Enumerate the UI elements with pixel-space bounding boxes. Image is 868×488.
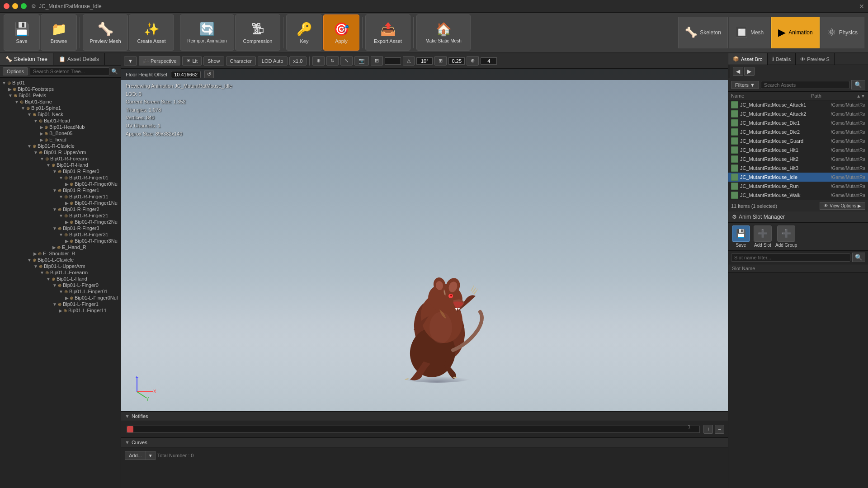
tree-item-bip01-l-finger01[interactable]: ▼⊕Bip01-L-Finger01 bbox=[0, 288, 121, 295]
tab-details[interactable]: ℹ Details bbox=[768, 53, 796, 65]
tree-item-bip01-r-finger31[interactable]: ▼⊕Bip01-R-Finger31 bbox=[0, 231, 121, 238]
asset-item-jc-mutantratmouse-attack2[interactable]: JC_MutantRatMouse_Attack2/Game/MutantRa bbox=[728, 109, 868, 118]
tree-item-bip01-l-finger1[interactable]: ▼⊕Bip01-L-Finger1 bbox=[0, 301, 121, 307]
tree-item-bip01-l-upperarm[interactable]: ▼⊕Bip01-L-UpperArm bbox=[0, 263, 121, 269]
tree-item-b-bone05[interactable]: ▶⊕B_Bone05 bbox=[0, 130, 121, 136]
floor-offset-reset[interactable]: ↺ bbox=[204, 70, 214, 78]
add-curve-dropdown[interactable]: ▼ bbox=[146, 451, 156, 460]
tree-item-bip01-neck[interactable]: ▼⊕Bip01-Neck bbox=[0, 111, 121, 117]
animation-mode-button[interactable]: ▶ Animation bbox=[771, 17, 819, 48]
tree-item-bip01-r-finger21[interactable]: ▼⊕Bip01-R-Finger21 bbox=[0, 212, 121, 219]
tree-item-bip01-r-finger0[interactable]: ▼⊕Bip01-R-Finger0 bbox=[0, 168, 121, 174]
skeleton-search-input[interactable] bbox=[30, 67, 109, 75]
scale-snap-button[interactable]: ⊞ bbox=[434, 56, 447, 66]
tree-item-bip01-r-finger3nu[interactable]: ▶⊕Bip01-R-Finger3Nu bbox=[0, 238, 121, 244]
asset-item-jc-mutantratmouse-attack1[interactable]: JC_MutantRatMouse_Attack1/Game/MutantRa bbox=[728, 100, 868, 109]
tree-item-bip01-r-hand[interactable]: ▼⊕Bip01-R-Hand bbox=[0, 162, 121, 168]
key-button[interactable]: 🔑 Key bbox=[286, 14, 322, 51]
tree-item-bip01-head[interactable]: ▼⊕Bip01-Head bbox=[0, 117, 121, 124]
tree-item-bip01-l-finger11[interactable]: ▶⊕Bip01-L-Finger11 bbox=[0, 307, 121, 314]
tree-item-bip01-r-finger0nu[interactable]: ▶⊕Bip01-R-Finger0Nu bbox=[0, 181, 121, 187]
tree-item-bip01-pelvis[interactable]: ▼⊕Bip01-Pelvis bbox=[0, 92, 121, 99]
viewport-options-button[interactable]: ▼ bbox=[124, 56, 137, 66]
tree-item-e-shoulder-r[interactable]: ▶⊕E_Shoulder_R bbox=[0, 250, 121, 257]
tab-preview[interactable]: 👁 Preview S bbox=[796, 53, 835, 65]
slot-search-button[interactable]: 🔍 bbox=[852, 253, 865, 262]
camera-button[interactable]: 📷 bbox=[354, 56, 369, 66]
make-static-mesh-button[interactable]: 🏠 Make Static Mesh bbox=[416, 14, 471, 51]
tree-item-bip01-r-forearm[interactable]: ▼⊕Bip01-R-Forearm bbox=[0, 155, 121, 162]
save-button[interactable]: 💾 Save bbox=[4, 14, 40, 51]
slot-search-input[interactable] bbox=[731, 253, 850, 262]
tree-item-bip01-l-finger0nul[interactable]: ▶⊕Bip01-L-Finger0Nul bbox=[0, 295, 121, 301]
asset-item-jc-mutantratmouse-die1[interactable]: JC_MutantRatMouse_Die1/Game/MutantRa bbox=[728, 118, 868, 127]
scale-button[interactable]: ⤡ bbox=[340, 56, 353, 66]
skeleton-mode-button[interactable]: 🦴 Skeleton bbox=[678, 17, 728, 48]
tree-item-bip01-spine[interactable]: ▼⊕Bip01-Spine bbox=[0, 99, 121, 105]
asset-item-jc-mutantratmouse-hit2[interactable]: JC_MutantRatMouse_Hit2/Game/MutantRa bbox=[728, 155, 868, 164]
preview-mesh-button[interactable]: 🦴 Preview Mesh bbox=[83, 14, 128, 51]
tree-item-bip01-l-clavicle[interactable]: ▼⊕Bip01-L-Clavicle bbox=[0, 257, 121, 263]
maximize-button[interactable] bbox=[21, 3, 27, 9]
show-button[interactable]: Show bbox=[203, 56, 224, 66]
close-button[interactable] bbox=[4, 3, 9, 9]
tree-item-bip01-headnub[interactable]: ▶⊕Bip01-HeadNub bbox=[0, 124, 121, 130]
filters-button[interactable]: Filters ▼ bbox=[731, 81, 759, 89]
nav-back-button[interactable]: ◀ bbox=[733, 67, 743, 76]
export-asset-button[interactable]: 📤 Export Asset bbox=[365, 14, 410, 51]
tree-item-bip01[interactable]: ▼⊕Bip01 bbox=[0, 80, 121, 86]
add-curve-button[interactable]: Add... bbox=[125, 451, 146, 460]
character-button[interactable]: Character bbox=[226, 56, 256, 66]
tree-item-bip01-r-finger2nu[interactable]: ▶⊕Bip01-R-Finger2Nu bbox=[0, 219, 121, 225]
asset-item-jc-mutantratmouse-walk[interactable]: JC_MutantRatMouse_Walk/Game/MutantRa bbox=[728, 191, 868, 200]
fov-input[interactable]: 10 bbox=[385, 57, 401, 65]
compression-button[interactable]: 🗜 Compression bbox=[235, 14, 280, 51]
asset-item-jc-mutantratmouse-run[interactable]: JC_MutantRatMouse_Run/Game/MutantRa bbox=[728, 182, 868, 191]
options-button[interactable]: Options bbox=[3, 67, 28, 75]
tree-item-bip01-r-finger3[interactable]: ▼⊕Bip01-R-Finger3 bbox=[0, 225, 121, 231]
translate-button[interactable]: ⊕ bbox=[312, 56, 325, 66]
layers-button[interactable]: ⊕ bbox=[467, 56, 479, 66]
tree-item-bip01-r-finger1nu[interactable]: ▶⊕Bip01-R-Finger1Nu bbox=[0, 200, 121, 206]
create-asset-button[interactable]: ✨ Create Asset bbox=[129, 14, 174, 51]
mesh-mode-button[interactable]: 🔲 Mesh bbox=[729, 17, 770, 48]
tree-item-bip01-r-finger01[interactable]: ▼⊕Bip01-R-Finger01 bbox=[0, 174, 121, 181]
tree-item-e-hand-r[interactable]: ▶⊕E_Hand_R bbox=[0, 244, 121, 250]
asset-search-input[interactable] bbox=[761, 81, 849, 89]
nav-forward-button[interactable]: ▶ bbox=[744, 67, 755, 76]
perspective-button[interactable]: 🎥 Perspective bbox=[139, 56, 180, 66]
lod-auto-button[interactable]: LOD Auto bbox=[258, 56, 288, 66]
asset-search-button[interactable]: 🔍 bbox=[851, 80, 865, 89]
physics-mode-button[interactable]: ⚛ Physics bbox=[821, 17, 864, 48]
titlebar-close-icon[interactable]: ✕ bbox=[859, 3, 864, 10]
view-options-button[interactable]: 👁 View Options ▶ bbox=[820, 202, 865, 210]
tree-item-bip01-r-finger1[interactable]: ▼⊕Bip01-R-Finger1 bbox=[0, 187, 121, 193]
sort-name-button[interactable]: ▲▼ bbox=[856, 93, 865, 99]
reimport-button[interactable]: 🔄 Reimport Animation bbox=[180, 14, 234, 51]
tree-item-bip01-r-upperarm[interactable]: ▼⊕Bip01-R-UpperArm bbox=[0, 149, 121, 155]
speed-button[interactable]: x1.0 bbox=[289, 56, 307, 66]
asset-item-jc-mutantratmouse-die2[interactable]: JC_MutantRatMouse_Die2/Game/MutantRa bbox=[728, 127, 868, 136]
tree-item-bip01-footsteps[interactable]: ▶⊕Bip01-Footsteps bbox=[0, 86, 121, 92]
tree-item-bip01-l-hand[interactable]: ▼⊕Bip01-L-Hand bbox=[0, 276, 121, 282]
timeline-playhead[interactable] bbox=[127, 426, 133, 432]
asset-item-jc-mutantratmouse-idle[interactable]: JC_MutantRatMouse_Idle/Game/MutantRa bbox=[728, 173, 868, 182]
tree-item-bip01-r-finger2[interactable]: ▼⊕Bip01-R-Finger2 bbox=[0, 206, 121, 212]
tree-item-e-head[interactable]: ▶⊕E_head bbox=[0, 136, 121, 143]
surface-snap-button[interactable]: △ bbox=[403, 56, 415, 66]
3d-viewport[interactable]: Floor Height Offset 10.416662 ↺ Previewi… bbox=[121, 69, 728, 411]
tree-item-bip01-spine1[interactable]: ▼⊕Bip01-Spine1 bbox=[0, 105, 121, 111]
timeline-track[interactable]: 1 bbox=[127, 426, 700, 433]
save-slot-button[interactable]: 💾 Save bbox=[732, 225, 750, 248]
asset-item-jc-mutantratmouse-hit1[interactable]: JC_MutantRatMouse_Hit1/Game/MutantRa bbox=[728, 145, 868, 155]
rotate-button[interactable]: ↻ bbox=[326, 56, 339, 66]
asset-item-jc-mutantratmouse-hit3[interactable]: JC_MutantRatMouse_Hit3/Game/MutantRa bbox=[728, 164, 868, 173]
tree-item-bip01-l-forearm[interactable]: ▼⊕Bip01-L-Forearm bbox=[0, 269, 121, 276]
tree-item-bip01-l-finger0[interactable]: ▼⊕Bip01-L-Finger0 bbox=[0, 282, 121, 288]
asset-item-jc-mutantratmouse-guard[interactable]: JC_MutantRatMouse_Guard/Game/MutantRa bbox=[728, 136, 868, 145]
browse-button[interactable]: 📁 Browse bbox=[41, 14, 77, 51]
tab-asset-details[interactable]: 📋 Asset Details bbox=[53, 53, 105, 65]
add-slot-button[interactable]: ➕ Add Slot bbox=[754, 225, 772, 248]
timeline-plus-button[interactable]: + bbox=[703, 425, 713, 434]
add-group-button[interactable]: ➕ Add Group bbox=[775, 225, 797, 248]
